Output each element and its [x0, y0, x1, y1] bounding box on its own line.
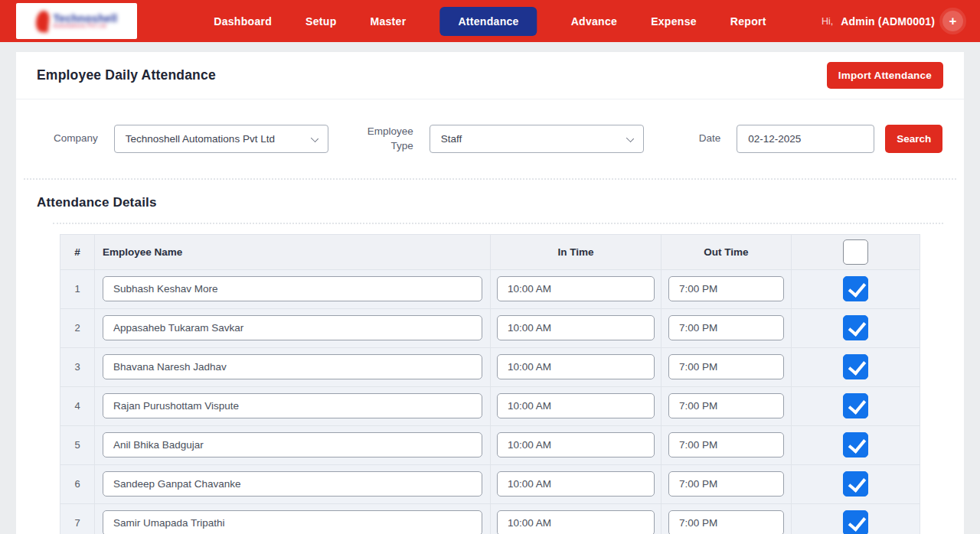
- nav-item-report[interactable]: Report: [730, 15, 766, 28]
- row-index: 4: [60, 386, 95, 425]
- brand-logo-tagline: Automations Pvt Ltd: [54, 24, 118, 29]
- in-time-input[interactable]: [497, 510, 655, 534]
- out-time-input[interactable]: [668, 471, 784, 497]
- nav-item-master[interactable]: Master: [370, 15, 406, 28]
- present-checkbox[interactable]: [843, 315, 868, 340]
- header-out-time: Out Time: [662, 234, 792, 269]
- nav-item-setup[interactable]: Setup: [305, 15, 336, 28]
- header-in-time: In Time: [491, 234, 662, 269]
- table-header-row: # Employee Name In Time Out Time: [60, 234, 920, 269]
- user-name: Admin (ADM0001): [841, 15, 935, 28]
- present-checkbox[interactable]: [843, 354, 868, 379]
- header-index: #: [60, 234, 95, 269]
- table-row: 5: [60, 425, 920, 464]
- brand-logo-text: Technoshell: [54, 13, 118, 24]
- row-index: 3: [60, 347, 95, 386]
- out-time-input[interactable]: [668, 315, 784, 340]
- content-card: Employee Daily Attendance Import Attenda…: [16, 52, 964, 534]
- present-checkbox[interactable]: [843, 276, 868, 301]
- plus-icon[interactable]: +: [942, 11, 963, 31]
- company-filter-group: Company Technoshell Automations Pvt Ltd: [54, 125, 328, 153]
- employee-name-input[interactable]: [103, 276, 482, 301]
- nav-item-advance[interactable]: Advance: [571, 15, 617, 28]
- out-time-input[interactable]: [668, 393, 784, 418]
- out-time-input[interactable]: [668, 510, 784, 534]
- table-row: 2: [60, 308, 920, 347]
- in-time-input[interactable]: [497, 315, 655, 340]
- in-time-input[interactable]: [497, 393, 655, 418]
- user-area: Hi, Admin (ADM0001) +: [822, 11, 963, 31]
- search-button[interactable]: Search: [885, 125, 942, 153]
- attendance-table: # Employee Name In Time Out Time 1 2 3: [60, 234, 920, 534]
- table-row: 7: [60, 503, 920, 534]
- section-title: Attendance Details: [16, 180, 964, 223]
- company-select-value: Technoshell Automations Pvt Ltd: [126, 133, 275, 145]
- employee-type-select-value: Staff: [441, 133, 462, 145]
- greeting-text: Hi,: [822, 16, 833, 27]
- row-index: 1: [60, 269, 95, 308]
- header-employee-name: Employee Name: [95, 234, 491, 269]
- header-select-all: [792, 234, 920, 269]
- employee-name-input[interactable]: [103, 354, 482, 379]
- brand-logo-icon: [34, 10, 50, 33]
- nav-item-dashboard[interactable]: Dashboard: [214, 15, 272, 28]
- chevron-down-icon: [626, 135, 634, 142]
- select-all-checkbox[interactable]: [843, 239, 868, 265]
- table-row: 3: [60, 347, 920, 386]
- company-select[interactable]: Technoshell Automations Pvt Ltd: [114, 125, 328, 153]
- employee-name-input[interactable]: [103, 432, 482, 457]
- page-title: Employee Daily Attendance: [37, 67, 216, 83]
- in-time-input[interactable]: [497, 276, 655, 301]
- employee-type-label: Employee Type: [364, 125, 413, 154]
- nav-item-attendance[interactable]: Attendance: [439, 7, 537, 36]
- row-index: 7: [60, 503, 95, 534]
- employee-name-input[interactable]: [103, 471, 482, 497]
- filter-bar: Company Technoshell Automations Pvt Ltd …: [16, 99, 964, 178]
- out-time-input[interactable]: [668, 354, 784, 379]
- row-index: 5: [60, 425, 95, 464]
- in-time-input[interactable]: [497, 354, 655, 379]
- main-nav: DashboardSetupMasterAttendanceAdvanceExp…: [214, 0, 766, 42]
- brand-logo-image: Technoshell Automations Pvt Ltd: [36, 11, 118, 32]
- employee-type-filter-group: Employee Type Staff: [364, 125, 644, 154]
- date-label: Date: [699, 132, 721, 146]
- employee-type-select[interactable]: Staff: [430, 125, 644, 153]
- present-checkbox[interactable]: [843, 510, 868, 534]
- table-row: 4: [60, 386, 920, 425]
- present-checkbox[interactable]: [843, 432, 868, 457]
- chevron-down-icon: [311, 135, 318, 142]
- date-input[interactable]: [737, 125, 874, 153]
- page-header: Employee Daily Attendance Import Attenda…: [16, 52, 964, 99]
- employee-name-input[interactable]: [103, 510, 482, 534]
- import-attendance-button[interactable]: Import Attendance: [827, 62, 943, 89]
- in-time-input[interactable]: [497, 471, 655, 497]
- table-row: 6: [60, 464, 920, 503]
- top-navbar: Technoshell Automations Pvt Ltd Dashboar…: [0, 0, 980, 42]
- brand-logo[interactable]: Technoshell Automations Pvt Ltd: [16, 3, 137, 39]
- present-checkbox[interactable]: [843, 471, 868, 497]
- out-time-input[interactable]: [668, 432, 784, 457]
- company-label: Company: [54, 132, 98, 146]
- nav-item-expense[interactable]: Expense: [651, 15, 697, 28]
- out-time-input[interactable]: [668, 276, 784, 301]
- row-index: 6: [60, 464, 95, 503]
- date-filter-group: Date: [699, 125, 875, 153]
- in-time-input[interactable]: [497, 432, 655, 457]
- row-index: 2: [60, 308, 95, 347]
- employee-name-input[interactable]: [103, 393, 482, 418]
- separator: [53, 223, 943, 224]
- present-checkbox[interactable]: [843, 393, 868, 418]
- employee-name-input[interactable]: [103, 315, 482, 340]
- attendance-table-container: # Employee Name In Time Out Time 1 2 3: [60, 234, 964, 534]
- table-row: 1: [60, 269, 920, 308]
